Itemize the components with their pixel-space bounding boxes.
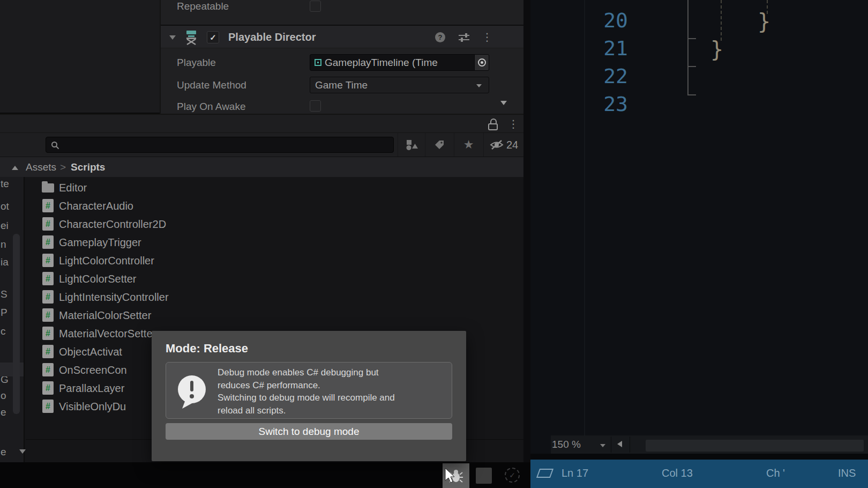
file-name: Editor [59,182,87,194]
file-type-icon: # [42,290,55,304]
file-name: VisibleOnlyDu [59,401,126,413]
file-name: MaterialVectorSetter [59,328,156,340]
play-on-awake-checkbox[interactable] [310,100,321,112]
foldout-triangle-icon[interactable] [169,35,176,40]
playable-object-field[interactable]: GameplayTimeline (Time [310,54,489,71]
switch-to-debug-button[interactable]: Switch to debug mode [166,423,452,440]
lock-open-icon[interactable] [488,118,498,131]
file-type-icon: # [42,199,55,213]
file-type-icon: # [42,345,55,359]
structure-guide-tick [687,38,696,39]
selection-mode-icon[interactable] [536,469,553,478]
collapse-up-icon[interactable] [12,166,18,170]
file-type-icon: # [42,327,55,341]
repeatable-checkbox[interactable] [310,1,321,12]
line-number: 20 [530,6,628,34]
csharp-script-icon: # [42,308,54,322]
popup-title: Mode: Release [166,342,248,356]
file-name: ObjectActivat [59,346,122,358]
zoom-caret-icon[interactable] [600,444,605,447]
update-method-label: Update Method [177,79,246,91]
file-type-icon: # [42,381,55,395]
clipped-tree-label: te [1,178,10,190]
status-bar-gap [530,454,868,460]
file-name: CharacterAudio [59,200,133,212]
folder-icon [42,183,54,193]
code-brace: } [710,35,723,63]
scroll-down-icon[interactable] [19,449,26,454]
list-item[interactable]: # CharacterController2D [26,216,523,234]
popup-message-line: reduces C# performance. [218,379,395,392]
list-item[interactable]: # MaterialColorSetter [26,307,523,325]
clipped-tree-label: ei [1,220,10,232]
project-menu-icon[interactable]: ⋮ [508,119,519,129]
csharp-script-icon: # [42,363,54,376]
csharp-script-icon: # [42,400,54,413]
breadcrumb-root[interactable]: Assets [26,161,56,173]
line-number-gutter: 1920212223 [530,0,628,118]
tree-scrollbar-thumb[interactable] [13,234,20,414]
csharp-script-icon: # [42,290,54,304]
status-line[interactable]: Ln 17 [562,467,588,479]
file-name: LightIntensityController [59,291,169,304]
breadcrumb-current[interactable]: Scripts [71,161,105,173]
tree-selected-row [0,363,24,376]
inspector-panel: Repeatable ✓ Playable Director ? [161,0,523,114]
component-menu-icon[interactable]: ⋮ [482,32,492,42]
list-item[interactable]: # CharacterAudio [26,197,523,216]
file-type-icon: # [42,308,55,322]
file-name: LightColorSetter [59,273,137,285]
popup-message-line: Debug mode enables C# debugging but [218,366,395,379]
status-column[interactable]: Col 13 [662,467,693,479]
stop-square-icon[interactable] [476,468,492,484]
filter-by-type-button[interactable] [398,133,424,157]
structure-guide-tick [687,66,696,67]
favorites-button[interactable]: ★ [454,133,483,157]
list-item[interactable]: # GameplayTrigger [26,234,523,252]
play-on-awake-label: Play On Awake [177,101,246,113]
csharp-script-icon: # [42,217,54,231]
screen: Repeatable ✓ Playable Director ? [0,0,868,488]
list-item[interactable]: # LightColorController [26,252,523,270]
clipped-tree-label: S [1,289,10,300]
file-type-icon: # [42,363,55,377]
playable-director-header[interactable]: ✓ Playable Director ? ⋮ [161,25,523,48]
status-check-icon[interactable]: ✓ [505,468,520,483]
status-insert-mode[interactable]: INS [838,467,856,479]
file-name: OnScreenCon [59,364,127,376]
search-field[interactable] [46,137,394,153]
search-input[interactable] [62,138,384,151]
help-icon[interactable]: ? [435,32,445,42]
object-picker-button[interactable] [474,55,489,70]
breadcrumb-separator: > [60,161,66,173]
presets-icon[interactable] [458,33,470,42]
project-filter-row: ★ 24 [0,133,523,157]
warning-bubble-icon [175,373,209,409]
status-char[interactable]: Ch ' [766,467,785,479]
clipped-tree-label: e [1,446,10,458]
code-brace: } [758,8,770,35]
scroll-left-icon[interactable] [617,441,622,447]
inspector-scroll-down-icon[interactable] [500,101,507,105]
csharp-script-icon: # [42,235,54,249]
structure-guide-line [687,0,689,95]
component-enabled-checkbox[interactable]: ✓ [207,31,219,43]
list-item[interactable]: # LightColorSetter [26,270,523,289]
update-method-dropdown[interactable]: Game Time [310,77,489,93]
divider [611,437,611,453]
file-type-icon: # [42,181,55,195]
zoom-level[interactable]: 150 % [552,439,581,450]
filter-by-label-button[interactable] [425,133,453,157]
hidden-items-button[interactable]: 24 [483,133,523,157]
file-type-icon: # [42,272,55,286]
list-item[interactable]: # Editor [26,179,523,197]
hidden-count: 24 [506,139,518,151]
clipped-tree-label: P [1,307,10,319]
clipped-tree-label: ot [1,201,10,212]
csharp-script-icon: # [42,327,54,340]
horizontal-scrollbar[interactable] [646,440,864,452]
object-picker-icon [478,58,486,66]
clipped-tree-label: o [1,390,10,402]
list-item[interactable]: # LightIntensityController [26,289,523,307]
breadcrumb: Assets > Scripts [0,157,523,177]
